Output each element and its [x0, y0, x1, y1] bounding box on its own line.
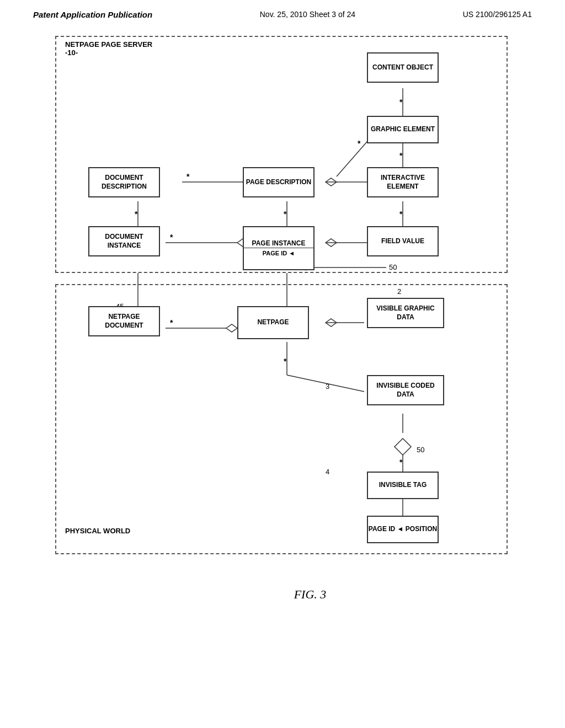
field-value-box: FIELD VALUE: [367, 226, 439, 256]
diagram-area: NETPAGE PAGE SERVER -10- PHYSICAL WORLD …: [55, 36, 508, 571]
document-instance-box: DOCUMENT INSTANCE: [88, 226, 160, 256]
netpage-box: NETPAGE: [237, 306, 309, 339]
page-id-position-box: PAGE ID ◄ POSITION: [367, 516, 439, 543]
page-id-label: PAGE ID ◄: [244, 248, 313, 257]
header-patent-number: US 2100/296125 A1: [463, 10, 532, 19]
document-description-box: DOCUMENT DESCRIPTION: [88, 167, 160, 197]
header-date-sheet: Nov. 25, 2010 Sheet 3 of 24: [260, 10, 355, 19]
graphic-element-box: GRAPHIC ELEMENT: [367, 116, 439, 143]
page-description-box: PAGE DESCRIPTION: [243, 167, 315, 197]
header-publication-label: Patent Application Publication: [33, 10, 152, 19]
page-header: Patent Application Publication Nov. 25, …: [0, 0, 565, 25]
invisible-tag-box: INVISIBLE TAG: [367, 472, 439, 499]
section-bottom-label: PHYSICAL WORLD: [65, 527, 130, 535]
figure-caption: FIG. 3: [55, 587, 565, 602]
visible-graphic-data-box: VISIBLE GRAPHIC DATA: [367, 298, 444, 328]
section-top-label: NETPAGE PAGE SERVER -10-: [65, 40, 152, 57]
interactive-element-box: INTERACTIVE ELEMENT: [367, 167, 439, 197]
page-instance-box: PAGE INSTANCE PAGE ID ◄: [243, 226, 315, 270]
netpage-document-box: NETPAGE DOCUMENT: [88, 306, 160, 336]
invisible-coded-data-box: INVISIBLE CODED DATA: [367, 375, 444, 405]
content-object-box: CONTENT OBJECT: [367, 52, 439, 83]
